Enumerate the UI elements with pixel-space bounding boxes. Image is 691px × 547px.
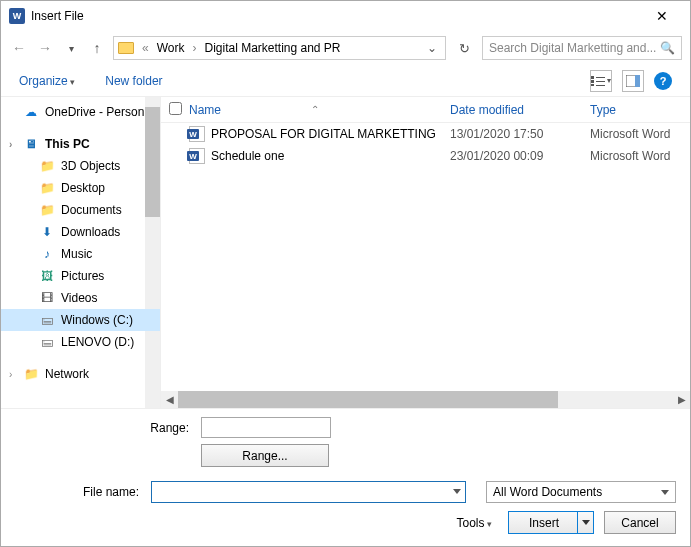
vid-icon: 🎞 bbox=[39, 291, 55, 305]
svg-rect-0 bbox=[591, 76, 594, 79]
file-date: 13/01/2020 17:50 bbox=[450, 127, 590, 141]
address-bar[interactable]: « Work › Digital Marketting and PR ⌄ bbox=[113, 36, 446, 60]
tree-item-label: Videos bbox=[61, 291, 97, 305]
horizontal-scrollbar[interactable]: ◀▶ bbox=[161, 391, 690, 408]
range-label: Range: bbox=[15, 421, 195, 435]
generic-icon: 📁 bbox=[39, 159, 55, 173]
address-dropdown[interactable]: ⌄ bbox=[427, 41, 437, 55]
svg-rect-1 bbox=[591, 80, 594, 83]
expand-icon[interactable]: › bbox=[9, 369, 12, 380]
svg-rect-4 bbox=[596, 81, 605, 82]
range-button[interactable]: Range... bbox=[201, 444, 329, 467]
file-name: Schedule one bbox=[211, 149, 284, 163]
nav-bar: ← → ▾ ↑ « Work › Digital Marketting and … bbox=[1, 31, 690, 65]
column-name[interactable]: Name⌃ bbox=[189, 103, 450, 117]
filename-label: File name: bbox=[15, 485, 145, 499]
search-input[interactable]: Search Digital Marketting and... 🔍 bbox=[482, 36, 682, 60]
file-type: Microsoft Word bbox=[590, 127, 690, 141]
insert-dropdown[interactable] bbox=[577, 512, 593, 533]
list-view-icon bbox=[591, 76, 605, 86]
file-type: Microsoft Word bbox=[590, 149, 690, 163]
view-options-button[interactable]: ▾ bbox=[590, 70, 612, 92]
tree-item[interactable]: ♪Music bbox=[1, 243, 160, 265]
word-doc-icon bbox=[189, 148, 205, 164]
tree-item[interactable]: ›🖥This PC bbox=[1, 133, 160, 155]
organize-menu[interactable]: Organize bbox=[19, 74, 75, 88]
music-icon: ♪ bbox=[39, 247, 55, 261]
up-button[interactable]: ↑ bbox=[87, 40, 107, 56]
tree-item[interactable]: 📁Desktop bbox=[1, 177, 160, 199]
main-area: ☁OneDrive - Person›🖥This PC📁3D Objects📁D… bbox=[1, 97, 690, 408]
new-folder-button[interactable]: New folder bbox=[105, 74, 162, 88]
recent-dropdown[interactable]: ▾ bbox=[61, 43, 81, 54]
expand-icon[interactable]: › bbox=[9, 139, 12, 150]
tree-item-label: This PC bbox=[45, 137, 90, 151]
svg-rect-7 bbox=[635, 75, 640, 87]
file-date: 23/01/2020 00:09 bbox=[450, 149, 590, 163]
bottom-panel: Range: Range... File name: All Word Docu… bbox=[1, 408, 690, 546]
svg-rect-2 bbox=[591, 84, 594, 86]
drive-icon: 🖴 bbox=[39, 313, 55, 327]
tree-item-label: Documents bbox=[61, 203, 122, 217]
tree-item[interactable]: 🖴LENOVO (D:) bbox=[1, 331, 160, 353]
folder-icon bbox=[118, 42, 134, 54]
select-all-checkbox[interactable] bbox=[169, 102, 182, 115]
toolbar: Organize New folder ▾ ? bbox=[1, 65, 690, 97]
sort-indicator-icon: ⌃ bbox=[311, 104, 319, 115]
svg-rect-3 bbox=[596, 77, 605, 78]
tree-item[interactable]: 🖼Pictures bbox=[1, 265, 160, 287]
navigation-tree: ☁OneDrive - Person›🖥This PC📁3D Objects📁D… bbox=[1, 97, 161, 408]
window-title: Insert File bbox=[31, 9, 642, 23]
breadcrumb-sep: › bbox=[188, 41, 200, 55]
generic-icon: 📁 bbox=[39, 203, 55, 217]
tree-item-label: LENOVO (D:) bbox=[61, 335, 134, 349]
tree-item-label: Windows (C:) bbox=[61, 313, 133, 327]
tree-item-label: 3D Objects bbox=[61, 159, 120, 173]
cancel-button[interactable]: Cancel bbox=[604, 511, 676, 534]
preview-pane-icon bbox=[626, 75, 640, 87]
column-date[interactable]: Date modified bbox=[450, 103, 590, 117]
back-button[interactable]: ← bbox=[9, 40, 29, 56]
tree-item[interactable]: 📁Documents bbox=[1, 199, 160, 221]
pc-icon: 🖥 bbox=[23, 137, 39, 151]
help-button[interactable]: ? bbox=[654, 72, 672, 90]
generic-icon: 📁 bbox=[39, 181, 55, 195]
file-list-pane: Name⌃ Date modified Type PROPOSAL FOR DI… bbox=[161, 97, 690, 408]
tree-item[interactable]: 🖴Windows (C:) bbox=[1, 309, 160, 331]
filename-input[interactable] bbox=[151, 481, 466, 503]
search-placeholder: Search Digital Marketting and... bbox=[489, 41, 656, 55]
onedrive-icon: ☁ bbox=[23, 105, 39, 119]
refresh-button[interactable]: ↻ bbox=[452, 36, 476, 60]
insert-button[interactable]: Insert bbox=[508, 511, 594, 534]
tree-item-label: Pictures bbox=[61, 269, 104, 283]
dl-icon: ⬇ bbox=[39, 225, 55, 239]
drive-icon: 🖴 bbox=[39, 335, 55, 349]
column-type[interactable]: Type bbox=[590, 103, 690, 117]
pic-icon: 🖼 bbox=[39, 269, 55, 283]
column-headers: Name⌃ Date modified Type bbox=[161, 97, 690, 123]
tree-item[interactable]: ›📁Network bbox=[1, 363, 160, 385]
tree-item-label: Music bbox=[61, 247, 92, 261]
tree-item-label: Network bbox=[45, 367, 89, 381]
preview-pane-button[interactable] bbox=[622, 70, 644, 92]
title-bar: W Insert File ✕ bbox=[1, 1, 690, 31]
breadcrumb-item[interactable]: Digital Marketting and PR bbox=[202, 41, 342, 55]
range-input[interactable] bbox=[201, 417, 331, 438]
tree-item-label: Downloads bbox=[61, 225, 120, 239]
file-row[interactable]: PROPOSAL FOR DIGITAL MARKETTING13/01/202… bbox=[161, 123, 690, 145]
tree-item[interactable]: ⬇Downloads bbox=[1, 221, 160, 243]
tree-item[interactable]: ☁OneDrive - Person bbox=[1, 101, 160, 123]
file-type-filter[interactable]: All Word Documents bbox=[486, 481, 676, 503]
generic-icon: 📁 bbox=[23, 367, 39, 381]
file-row[interactable]: Schedule one23/01/2020 00:09Microsoft Wo… bbox=[161, 145, 690, 167]
word-doc-icon bbox=[189, 126, 205, 142]
tree-item[interactable]: 📁3D Objects bbox=[1, 155, 160, 177]
tree-item[interactable]: 🎞Videos bbox=[1, 287, 160, 309]
file-name: PROPOSAL FOR DIGITAL MARKETTING bbox=[211, 127, 436, 141]
breadcrumb-item[interactable]: Work bbox=[155, 41, 187, 55]
svg-rect-5 bbox=[596, 85, 605, 86]
close-button[interactable]: ✕ bbox=[642, 8, 682, 24]
tools-menu[interactable]: Tools bbox=[456, 516, 498, 530]
breadcrumb-prefix: « bbox=[138, 41, 153, 55]
forward-button[interactable]: → bbox=[35, 40, 55, 56]
